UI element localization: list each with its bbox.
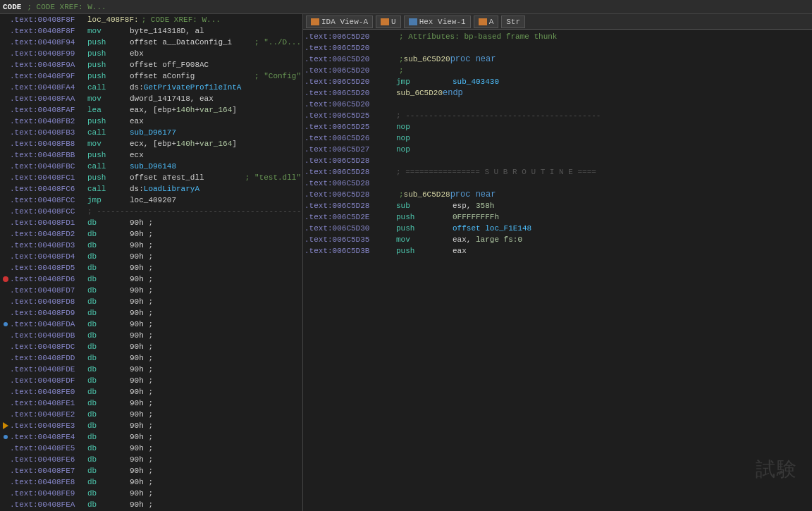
left-panel[interactable]: .text:00408F8Floc_408F8F: ; CODE XREF: W… xyxy=(0,14,303,511)
table-row[interactable]: .text:00408FBBpushecx xyxy=(0,149,302,161)
table-row[interactable]: .text:006C5D20;sub_6C5D20 proc near xyxy=(303,54,812,65)
table-row[interactable]: .text:006C5D25; ------------------------… xyxy=(303,110,812,121)
address-label: .text:00408FAF xyxy=(10,106,87,114)
table-row[interactable]: .text:006C5D20; Attributes: bp-based fra… xyxy=(303,31,812,42)
table-row[interactable]: .text:006C5D28; ================ S U B R… xyxy=(303,166,812,178)
table-row[interactable]: .text:006C5D28;sub_6C5D28 proc near xyxy=(303,189,812,200)
table-row[interactable]: .text:006C5D27nop xyxy=(303,144,812,155)
table-row[interactable]: .text:00408F8Fmovbyte_114318D, al xyxy=(0,25,302,37)
table-row[interactable]: .text:00408FCCjmploc_409207 xyxy=(0,195,302,206)
table-row[interactable]: .text:00408F99pushebx xyxy=(0,48,302,59)
table-row[interactable]: .text:006C5D26nop xyxy=(303,133,812,144)
symbol-link[interactable]: LoadLibraryA xyxy=(144,185,199,193)
table-row[interactable]: .text:00408FE3db90h ; xyxy=(0,420,302,431)
table-row[interactable]: .text:00408FE0db90h ; xyxy=(0,386,302,398)
table-row[interactable]: .text:00408F94pushoffset a__DataConfig_i… xyxy=(0,37,302,48)
table-row[interactable]: .text:00408FDBdb90h ; xyxy=(0,330,302,341)
table-row[interactable]: .text:00408FD3db90h ; xyxy=(0,240,302,251)
tab-item-0[interactable]: IDA View-A xyxy=(306,16,373,28)
table-row[interactable]: .text:00408FD8db90h ; xyxy=(0,296,302,307)
table-row[interactable]: .text:00408FE9db90h ; xyxy=(0,488,302,499)
table-row[interactable]: .text:00408FDFdb90h ; xyxy=(0,375,302,386)
operands-label: sub_403430 xyxy=(453,78,811,86)
table-row[interactable]: .text:00408FDEdb90h ; xyxy=(0,364,302,375)
table-row[interactable]: .text:00408FD4db90h ; xyxy=(0,251,302,262)
mnemonic-label: push xyxy=(396,247,453,255)
table-row[interactable]: .text:00408FDCdb90h ; xyxy=(0,341,302,352)
table-row[interactable]: .text:00408FB2pusheax xyxy=(0,116,302,127)
symbol-link[interactable]: sub_403430 xyxy=(453,78,499,86)
table-row[interactable]: .text:00408FDDdb90h ; xyxy=(0,352,302,364)
table-row[interactable]: .text:00408FD5db90h ; xyxy=(0,262,302,273)
separator-line: ; --------------------------------------… xyxy=(87,207,303,216)
bp-gutter xyxy=(1,276,10,282)
tab-item-2[interactable]: Hex View-1 xyxy=(404,16,471,28)
table-row[interactable]: .text:006C5D28 xyxy=(303,178,812,189)
table-row[interactable]: .text:006C5D25nop xyxy=(303,121,812,133)
operands-label: sub_D96177 xyxy=(130,128,301,137)
table-row[interactable]: .text:00408FD7db90h ; xyxy=(0,285,302,296)
symbol-link[interactable]: sub_D96148 xyxy=(130,162,176,171)
table-row[interactable]: .text:00408FEAdb90h ; xyxy=(0,499,302,510)
table-row[interactable]: .text:006C5D35moveax, large fs:0 xyxy=(303,234,812,245)
table-row[interactable]: .text:00408F9Apushoffset off_F908AC xyxy=(0,59,302,70)
table-row[interactable]: .text:006C5D20sub_6C5D20 endp xyxy=(303,87,812,99)
mnemonic-label: push xyxy=(87,38,130,47)
tab-item-3[interactable]: A xyxy=(474,16,499,28)
table-row[interactable]: .text:00408FCC; ------------------------… xyxy=(0,206,302,217)
mnemonic-label: sub xyxy=(396,202,453,210)
table-row[interactable]: .text:00408FB3callsub_D96177 xyxy=(0,127,302,138)
address-label: .text:00408FB2 xyxy=(10,117,87,125)
table-row[interactable]: .text:00408FD2db90h ; xyxy=(0,228,302,240)
tab-item-1[interactable]: U xyxy=(376,16,401,28)
table-row[interactable]: .text:00408FE5db90h ; xyxy=(0,443,302,454)
address-label: .text:00408F9F xyxy=(10,72,87,80)
table-row[interactable]: .text:00408FA4callds:GetPrivateProfileIn… xyxy=(0,82,302,93)
table-row[interactable]: .text:00408FD1db90h ; xyxy=(0,217,302,228)
table-row[interactable]: .text:00408FAAmovdword_1417418, eax xyxy=(0,93,302,104)
address-label: .text:00408FE7 xyxy=(10,467,87,475)
table-row[interactable]: .text:00408FE4db90h ; xyxy=(0,431,302,443)
address-label: .text:00408FD7 xyxy=(10,286,87,295)
table-row[interactable]: .text:00408FE6db90h ; xyxy=(0,454,302,465)
tab-icon-0 xyxy=(311,18,319,25)
address-label: .text:00408FE4 xyxy=(10,433,87,441)
mnemonic-label: call xyxy=(87,185,130,193)
table-row[interactable]: .text:00408F9Fpushoffset aConfig; "Confi… xyxy=(0,70,302,82)
operands-label: 90h ; xyxy=(130,376,301,385)
table-row[interactable]: .text:006C5D2Epush0FFFFFFFFh xyxy=(303,211,812,223)
table-row[interactable]: .text:00408FBCcallsub_D96148 xyxy=(0,161,302,172)
operands-label: 90h ; xyxy=(130,286,301,295)
table-row[interactable]: .text:00408FDAdb90h ; xyxy=(0,319,302,330)
table-row[interactable]: .text:006C5D3Bpusheax xyxy=(303,245,812,257)
table-row[interactable]: .text:00408FE8db90h ; xyxy=(0,476,302,488)
table-row[interactable]: .text:00408FE7db90h ; xyxy=(0,465,302,476)
right-panel-content[interactable]: .text:006C5D20; Attributes: bp-based fra… xyxy=(303,30,812,511)
symbol-link[interactable]: offset loc_F1E148 xyxy=(453,224,531,233)
table-row[interactable]: .text:006C5D20; xyxy=(303,65,812,76)
mnemonic-label: mov xyxy=(87,140,130,148)
table-row[interactable]: .text:00408FC6callds:LoadLibraryA xyxy=(0,183,302,195)
operands-label: 90h ; xyxy=(130,478,301,486)
symbol-link[interactable]: GetPrivateProfileIntA xyxy=(144,83,242,92)
table-row[interactable]: .text:006C5D28 xyxy=(303,155,812,166)
symbol-link[interactable]: sub_D96177 xyxy=(130,128,176,137)
tab-item-4[interactable]: Str xyxy=(501,16,525,28)
table-row[interactable]: .text:006C5D20 xyxy=(303,99,812,110)
mnemonic-label: db xyxy=(87,376,130,385)
table-row[interactable]: .text:00408FE1db90h ; xyxy=(0,398,302,409)
table-row[interactable]: .text:00408FD6db90h ; xyxy=(0,273,302,285)
comment-label: ; xyxy=(399,66,404,75)
table-row[interactable]: .text:006C5D28subesp, 358h xyxy=(303,200,812,211)
operands-label: 90h ; xyxy=(130,455,301,464)
table-row[interactable]: .text:00408FAFleaeax, [ebp+140h+var_164] xyxy=(0,104,302,116)
address-label: .text:00408FE8 xyxy=(10,478,87,486)
table-row[interactable]: .text:006C5D20 xyxy=(303,42,812,54)
table-row[interactable]: .text:00408FE2db90h ; xyxy=(0,409,302,420)
table-row[interactable]: .text:00408FD9db90h ; xyxy=(0,307,302,319)
table-row[interactable]: .text:006C5D30pushoffset loc_F1E148 xyxy=(303,223,812,234)
table-row[interactable]: .text:00408FB8movecx, [ebp+140h+var_164] xyxy=(0,138,302,149)
table-row[interactable]: .text:00408FC1pushoffset aTest_dll; "tes… xyxy=(0,172,302,183)
table-row[interactable]: .text:006C5D20jmpsub_403430 xyxy=(303,76,812,87)
table-row[interactable]: .text:00408F8Floc_408F8F: ; CODE XREF: W… xyxy=(0,14,302,25)
